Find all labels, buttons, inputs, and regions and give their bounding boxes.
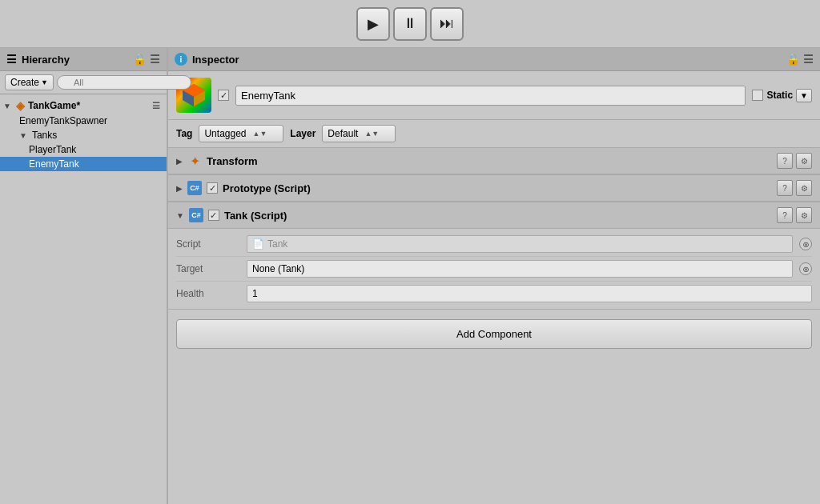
transform-help-button[interactable]: ?	[777, 153, 793, 169]
main-content: ☰ Hierarchy 🔒 ☰ Create ▼ 🔍 ▼ ◈ TankGame*	[0, 48, 820, 504]
layer-value: Default	[328, 128, 358, 139]
unity-icon: ◈	[16, 99, 25, 112]
transform-settings-button[interactable]: ⚙	[796, 153, 812, 169]
hierarchy-title: Hierarchy	[22, 54, 70, 66]
layer-dropdown-arrow: ▲▼	[364, 130, 379, 138]
target-circle-button[interactable]: ◎	[799, 262, 812, 275]
inspector-header: i Inspector 🔒 ☰	[168, 48, 820, 71]
tag-label: Tag	[176, 128, 192, 139]
script-file-icon: 📄	[252, 238, 264, 250]
script-field-value: 📄 Tank	[247, 235, 793, 253]
transform-component: ▶ ✦ Transform ? ⚙	[168, 148, 820, 175]
prototype-component: ▶ C# Prototype (Script) ? ⚙	[168, 175, 820, 202]
static-dropdown-button[interactable]: ▼	[796, 89, 812, 102]
gameobject-name-input[interactable]	[235, 86, 746, 106]
prototype-title: Prototype (Script)	[223, 182, 772, 194]
tank-active-checkbox[interactable]	[208, 210, 219, 221]
pause-button[interactable]: ⏸	[393, 7, 427, 41]
target-field-value[interactable]: None (Tank)	[247, 260, 793, 278]
hierarchy-create-button[interactable]: Create ▼	[5, 74, 54, 90]
hierarchy-header-icons: 🔒 ☰	[133, 53, 160, 66]
prototype-help-button[interactable]: ?	[777, 180, 793, 196]
layer-dropdown[interactable]: Default ▲▼	[322, 125, 396, 142]
transform-component-header[interactable]: ▶ ✦ Transform ? ⚙	[168, 148, 820, 174]
play-button[interactable]: ▶	[356, 7, 390, 41]
tank-title: Tank (Script)	[224, 210, 772, 222]
tank-cs-icon: C#	[189, 208, 203, 222]
inspector-lock-icon[interactable]: 🔒	[786, 53, 800, 66]
hierarchy-tree: ▼ ◈ TankGame* ☰ EnemyTankSpawner ▼ Tanks…	[0, 94, 167, 504]
tag-dropdown-arrow: ▲▼	[253, 130, 267, 138]
hierarchy-lock-icon[interactable]: 🔒	[133, 53, 147, 66]
tank-settings-button[interactable]: ⚙	[796, 207, 812, 223]
gameobject-active-checkbox[interactable]	[218, 90, 229, 101]
script-field-label: Script	[176, 238, 240, 250]
hierarchy-menu-icon[interactable]: ☰	[150, 53, 160, 66]
tank-fields: Script 📄 Tank ◎ Target None (Tank) ◎	[168, 229, 820, 309]
transform-icon: ✦	[187, 154, 202, 168]
tank-help-button[interactable]: ?	[777, 207, 793, 223]
tag-dropdown[interactable]: Untagged ▲▼	[199, 125, 283, 142]
transform-title: Transform	[207, 155, 772, 167]
health-value: 1	[252, 288, 258, 299]
gameobject-bar: Static ▼	[168, 71, 820, 120]
inspector-body: Static ▼ Tag Untagged ▲▼ Layer Default ▲…	[168, 71, 820, 504]
create-dropdown-arrow: ▼	[41, 78, 48, 86]
hierarchy-panel: ☰ Hierarchy 🔒 ☰ Create ▼ 🔍 ▼ ◈ TankGame*	[0, 48, 168, 504]
hierarchy-search-bar: Create ▼ 🔍	[0, 71, 167, 94]
target-field-label: Target	[176, 263, 240, 274]
tag-value: Untagged	[204, 128, 246, 139]
hierarchy-item-enemytankspawner[interactable]: EnemyTankSpawner	[0, 114, 167, 128]
static-area: Static ▼	[752, 89, 812, 102]
tanks-arrow: ▼	[19, 131, 27, 140]
tankgame-menu-icon: ☰	[152, 101, 160, 111]
health-field-label: Health	[176, 288, 240, 299]
hierarchy-item-enemytank[interactable]: EnemyTank	[0, 157, 167, 171]
static-checkbox[interactable]	[752, 90, 763, 101]
inspector-menu-icon[interactable]: ☰	[803, 53, 814, 66]
hierarchy-item-tankgame[interactable]: ▼ ◈ TankGame* ☰	[0, 98, 167, 114]
tank-arrow: ▼	[176, 211, 184, 220]
hierarchy-search-input[interactable]	[57, 75, 191, 90]
target-field-row: Target None (Tank) ◎	[176, 257, 812, 282]
script-field-row: Script 📄 Tank ◎	[176, 232, 812, 257]
hierarchy-item-label: EnemyTankSpawner	[19, 115, 107, 126]
health-field-value[interactable]: 1	[247, 285, 812, 302]
prototype-arrow: ▶	[176, 184, 183, 193]
layer-label: Layer	[290, 128, 316, 139]
transform-buttons: ? ⚙	[777, 153, 812, 169]
transform-arrow: ▶	[176, 157, 183, 166]
tank-buttons: ? ⚙	[777, 207, 812, 223]
tankgame-arrow: ▼	[3, 102, 11, 110]
inspector-title: Inspector	[192, 54, 239, 66]
toolbar: ▶ ⏸ ⏭	[0, 0, 820, 48]
add-component-button[interactable]: Add Component	[176, 319, 812, 349]
hierarchy-list-icon: ☰	[6, 53, 17, 66]
prototype-cs-icon: C#	[187, 181, 202, 195]
prototype-buttons: ? ⚙	[777, 180, 812, 196]
hierarchy-item-label: Tanks	[32, 130, 57, 141]
step-button[interactable]: ⏭	[430, 7, 464, 41]
tag-layer-bar: Tag Untagged ▲▼ Layer Default ▲▼	[168, 120, 820, 148]
inspector-header-icons: 🔒 ☰	[786, 53, 814, 66]
hierarchy-item-tanks[interactable]: ▼ Tanks	[0, 128, 167, 142]
inspector-icon: i	[175, 53, 187, 66]
hierarchy-item-label: EnemyTank	[29, 158, 79, 170]
hierarchy-item-label: PlayerTank	[29, 144, 76, 155]
hierarchy-header: ☰ Hierarchy 🔒 ☰	[0, 48, 167, 71]
tank-component-header[interactable]: ▼ C# Tank (Script) ? ⚙	[168, 202, 820, 229]
target-value: None (Tank)	[252, 263, 304, 274]
hierarchy-item-playertank[interactable]: PlayerTank	[0, 142, 167, 157]
tank-component: ▼ C# Tank (Script) ? ⚙ Script 📄	[168, 202, 820, 310]
health-field-row: Health 1	[176, 282, 812, 306]
script-circle-button[interactable]: ◎	[799, 238, 812, 250]
hierarchy-item-label: TankGame*	[28, 100, 80, 111]
prototype-settings-button[interactable]: ⚙	[796, 180, 812, 196]
search-wrapper: 🔍	[57, 75, 191, 90]
script-value: Tank	[267, 238, 287, 250]
inspector-panel: i Inspector 🔒 ☰	[168, 48, 820, 504]
prototype-component-header[interactable]: ▶ C# Prototype (Script) ? ⚙	[168, 175, 820, 202]
prototype-active-checkbox[interactable]	[207, 182, 218, 194]
static-label: Static	[766, 90, 793, 101]
